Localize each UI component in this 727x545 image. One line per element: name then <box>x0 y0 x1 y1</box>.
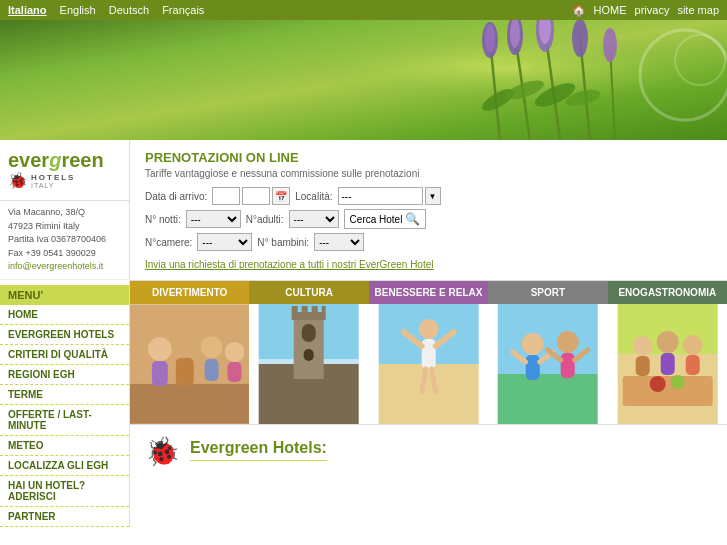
photo-benessere <box>369 304 488 424</box>
notti-select[interactable]: --- 12345714 <box>186 210 241 228</box>
svg-rect-68 <box>622 376 712 406</box>
menu-item-regioni[interactable]: REGIONI EGH <box>0 365 129 385</box>
svg-rect-1 <box>0 20 727 140</box>
home-icon: 🏠 <box>572 4 586 17</box>
sitemap-link[interactable]: site map <box>677 4 719 16</box>
menu-item-partner[interactable]: PARTNER <box>0 507 129 527</box>
address-line3: Partita Iva 03678700406 <box>8 233 121 247</box>
menu-item-hotel[interactable]: HAI UN HOTEL? ADERISCI <box>0 476 129 507</box>
hero-background <box>0 20 727 140</box>
notti-label: N° notti: <box>145 214 181 225</box>
svg-rect-28 <box>205 359 219 381</box>
top-navigation: Italiano English Deutsch Français 🏠 HOME… <box>0 0 727 20</box>
language-selector: Italiano English Deutsch Français <box>8 4 214 16</box>
tab-enogastronomia[interactable]: ENOGASTRONOMIA <box>608 281 727 304</box>
sidebar: evergreen 🐞 HOTELS ITALY Via Macanno, 38… <box>0 140 130 527</box>
svg-point-29 <box>225 342 245 362</box>
menu-item-terme[interactable]: TERME <box>0 385 129 405</box>
svg-point-70 <box>670 375 684 389</box>
email-link[interactable]: info@evergreenhotels.it <box>8 261 103 271</box>
photo-enogastronomia-svg <box>608 304 727 424</box>
svg-point-23 <box>148 337 172 361</box>
home-link[interactable]: HOME <box>594 4 627 16</box>
photo-enogastronomia <box>608 304 727 424</box>
day-input[interactable] <box>212 187 240 205</box>
right-content: PRENOTAZIONI ON LINE Tariffe vantaggiose… <box>130 140 727 527</box>
booking-row-1: Data di arrivo: 📅 Località: ▼ <box>145 187 712 205</box>
svg-point-56 <box>557 331 579 353</box>
hero-banner <box>0 20 727 140</box>
booking-request-link[interactable]: Invia una richiesta di prenotazione a tu… <box>145 259 434 270</box>
menu-item-evergreen[interactable]: EVERGREEN HOTELS <box>0 325 129 345</box>
lang-deutsch[interactable]: Deutsch <box>109 4 149 16</box>
svg-point-4 <box>485 24 495 52</box>
locality-input-group: ▼ <box>338 187 441 205</box>
menu-item-offerte[interactable]: OFFERTE / LAST-MINUTE <box>0 405 129 436</box>
bottom-section: 🐞 Evergreen Hotels: <box>130 424 727 478</box>
svg-rect-67 <box>685 355 699 375</box>
localita-label: Località: <box>295 191 332 202</box>
privacy-link[interactable]: privacy <box>635 4 670 16</box>
bottom-divider <box>190 460 327 461</box>
menu-item-criteri[interactable]: CRITERI DI QUALITÀ <box>0 345 129 365</box>
booking-row-3: N°camere: --- 1234 N° bambini: --- 0123 <box>145 233 712 251</box>
svg-rect-57 <box>561 353 575 378</box>
logo-brand: evergreen <box>8 150 104 170</box>
lang-english[interactable]: English <box>60 4 96 16</box>
bottom-heading: Evergreen Hotels: <box>190 439 327 457</box>
svg-point-52 <box>522 333 544 355</box>
adulti-select[interactable]: --- 1234 <box>289 210 339 228</box>
svg-point-25 <box>171 330 199 358</box>
tab-sport[interactable]: SPORT <box>488 281 607 304</box>
search-hotel-label: Cerca Hotel <box>350 214 403 225</box>
logo-area: evergreen 🐞 HOTELS ITALY <box>0 140 129 201</box>
search-hotel-button[interactable]: Cerca Hotel 🔍 <box>344 209 427 229</box>
lang-italiano[interactable]: Italiano <box>8 4 47 16</box>
camere-label: N°camere: <box>145 237 192 248</box>
calendar-icon[interactable]: 📅 <box>272 187 290 205</box>
data-arrivo-label: Data di arrivo: <box>145 191 207 202</box>
photo-strip <box>130 304 727 424</box>
booking-link: Invia una richiesta di prenotazione a tu… <box>145 259 712 270</box>
svg-rect-40 <box>312 306 318 314</box>
locality-dropdown-button[interactable]: ▼ <box>425 187 441 205</box>
svg-rect-45 <box>422 339 436 369</box>
main-content: evergreen 🐞 HOTELS ITALY Via Macanno, 38… <box>0 140 727 527</box>
svg-rect-37 <box>304 349 314 361</box>
tab-cultura[interactable]: CULTURA <box>249 281 368 304</box>
logo-italy: ITALY <box>31 182 75 189</box>
svg-rect-26 <box>176 358 194 386</box>
lang-francais[interactable]: Français <box>162 4 204 16</box>
bambini-label: N° bambini: <box>257 237 309 248</box>
logo-bug-icon: 🐞 <box>8 171 28 190</box>
category-tabs: DIVERTIMENTO CULTURA BENESSERE E RELAX S… <box>130 281 727 304</box>
address-line1: Via Macanno, 38/Q <box>8 206 121 220</box>
tab-divertimento[interactable]: DIVERTIMENTO <box>130 281 249 304</box>
locality-input[interactable] <box>338 187 423 205</box>
booking-section: PRENOTAZIONI ON LINE Tariffe vantaggiose… <box>130 140 727 281</box>
menu-title: MENU' <box>0 285 129 305</box>
svg-point-69 <box>649 376 665 392</box>
bambini-select[interactable]: --- 0123 <box>314 233 364 251</box>
svg-rect-22 <box>130 384 249 424</box>
svg-rect-43 <box>379 364 479 424</box>
date-inputs: 📅 <box>212 187 290 205</box>
tab-benessere[interactable]: BENESSERE E RELAX <box>369 281 488 304</box>
svg-rect-65 <box>660 353 674 375</box>
menu-item-meteo[interactable]: METEO <box>0 436 129 456</box>
adulti-label: N°adulti: <box>246 214 284 225</box>
month-input[interactable] <box>242 187 270 205</box>
menu-list: HOME EVERGREEN HOTELS CRITERI DI QUALITÀ… <box>0 305 129 527</box>
menu-item-localizza[interactable]: LOCALIZZA GLI EGH <box>0 456 129 476</box>
svg-rect-63 <box>635 356 649 376</box>
menu-item-home[interactable]: HOME <box>0 305 129 325</box>
svg-rect-24 <box>152 361 168 386</box>
photo-cultura <box>249 304 368 424</box>
address-line2: 47923 Rimini Italy <box>8 220 121 234</box>
svg-rect-53 <box>526 355 540 380</box>
svg-rect-34 <box>294 314 324 379</box>
photo-sport-svg <box>488 304 607 424</box>
svg-point-64 <box>656 331 678 353</box>
photo-sport <box>488 304 607 424</box>
camere-select[interactable]: --- 1234 <box>197 233 252 251</box>
